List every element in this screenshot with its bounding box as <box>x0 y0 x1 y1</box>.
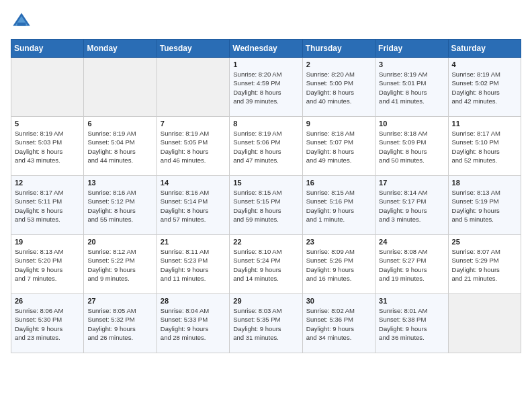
day-info: Sunrise: 8:18 AM Sunset: 5:07 PM Dayligh… <box>306 129 371 165</box>
day-number: 3 <box>379 60 444 68</box>
day-info: Sunrise: 8:01 AM Sunset: 5:38 PM Dayligh… <box>379 306 444 342</box>
day-info: Sunrise: 8:19 AM Sunset: 5:04 PM Dayligh… <box>87 129 152 165</box>
calendar-cell: 11Sunrise: 8:17 AM Sunset: 5:10 PM Dayli… <box>448 117 521 176</box>
day-header-friday: Friday <box>375 40 448 58</box>
day-number: 10 <box>379 120 444 128</box>
day-info: Sunrise: 8:10 AM Sunset: 5:24 PM Dayligh… <box>233 247 298 283</box>
day-number: 12 <box>15 179 80 187</box>
day-info: Sunrise: 8:18 AM Sunset: 5:09 PM Dayligh… <box>379 129 444 165</box>
calendar-cell <box>448 294 521 353</box>
calendar-cell <box>84 58 157 117</box>
calendar-cell: 19Sunrise: 8:13 AM Sunset: 5:20 PM Dayli… <box>11 235 84 294</box>
calendar-cell <box>157 58 229 117</box>
day-info: Sunrise: 8:20 AM Sunset: 5:00 PM Dayligh… <box>306 70 371 105</box>
day-number: 25 <box>452 238 517 246</box>
calendar-cell: 10Sunrise: 8:18 AM Sunset: 5:09 PM Dayli… <box>375 117 448 176</box>
calendar-cell: 17Sunrise: 8:14 AM Sunset: 5:17 PM Dayli… <box>375 176 448 235</box>
calendar-body: 1Sunrise: 8:20 AM Sunset: 4:59 PM Daylig… <box>11 58 521 353</box>
day-info: Sunrise: 8:20 AM Sunset: 4:59 PM Dayligh… <box>233 70 298 105</box>
calendar-cell: 4Sunrise: 8:19 AM Sunset: 5:02 PM Daylig… <box>448 58 521 117</box>
logo <box>11 11 35 32</box>
day-info: Sunrise: 8:13 AM Sunset: 5:20 PM Dayligh… <box>15 247 80 283</box>
calendar-cell: 25Sunrise: 8:07 AM Sunset: 5:29 PM Dayli… <box>448 235 521 294</box>
day-header-thursday: Thursday <box>302 40 375 58</box>
day-number: 8 <box>233 120 298 128</box>
calendar-cell: 8Sunrise: 8:19 AM Sunset: 5:06 PM Daylig… <box>230 117 302 176</box>
day-info: Sunrise: 8:03 AM Sunset: 5:35 PM Dayligh… <box>233 306 298 342</box>
calendar-cell: 24Sunrise: 8:08 AM Sunset: 5:27 PM Dayli… <box>375 235 448 294</box>
calendar-cell: 2Sunrise: 8:20 AM Sunset: 5:00 PM Daylig… <box>302 58 375 117</box>
day-info: Sunrise: 8:19 AM Sunset: 5:02 PM Dayligh… <box>452 70 517 105</box>
day-number: 29 <box>233 297 298 305</box>
day-number: 14 <box>161 179 226 187</box>
day-info: Sunrise: 8:17 AM Sunset: 5:10 PM Dayligh… <box>452 129 517 165</box>
day-info: Sunrise: 8:16 AM Sunset: 5:12 PM Dayligh… <box>87 188 152 224</box>
day-number: 13 <box>87 179 152 187</box>
week-row-5: 26Sunrise: 8:06 AM Sunset: 5:30 PM Dayli… <box>11 294 521 353</box>
day-number: 18 <box>452 179 517 187</box>
calendar-cell: 1Sunrise: 8:20 AM Sunset: 4:59 PM Daylig… <box>230 58 302 117</box>
day-header-tuesday: Tuesday <box>157 40 229 58</box>
day-info: Sunrise: 8:05 AM Sunset: 5:32 PM Dayligh… <box>87 306 152 342</box>
calendar-cell: 3Sunrise: 8:19 AM Sunset: 5:01 PM Daylig… <box>375 58 448 117</box>
calendar-cell: 22Sunrise: 8:10 AM Sunset: 5:24 PM Dayli… <box>230 235 302 294</box>
calendar-header: SundayMondayTuesdayWednesdayThursdayFrid… <box>11 40 521 58</box>
day-number: 2 <box>306 60 371 68</box>
calendar-cell: 14Sunrise: 8:16 AM Sunset: 5:14 PM Dayli… <box>157 176 229 235</box>
calendar-cell: 18Sunrise: 8:13 AM Sunset: 5:19 PM Dayli… <box>448 176 521 235</box>
day-number: 30 <box>306 297 371 305</box>
day-info: Sunrise: 8:02 AM Sunset: 5:36 PM Dayligh… <box>306 306 371 342</box>
svg-rect-2 <box>17 23 26 26</box>
day-number: 27 <box>87 297 152 305</box>
day-number: 6 <box>87 120 152 128</box>
day-number: 31 <box>379 297 444 305</box>
calendar-cell: 23Sunrise: 8:09 AM Sunset: 5:26 PM Dayli… <box>302 235 375 294</box>
day-number: 24 <box>379 238 444 246</box>
day-info: Sunrise: 8:11 AM Sunset: 5:23 PM Dayligh… <box>161 247 226 283</box>
day-number: 4 <box>452 60 517 68</box>
calendar-cell: 27Sunrise: 8:05 AM Sunset: 5:32 PM Dayli… <box>84 294 157 353</box>
calendar-cell: 9Sunrise: 8:18 AM Sunset: 5:07 PM Daylig… <box>302 117 375 176</box>
day-info: Sunrise: 8:09 AM Sunset: 5:26 PM Dayligh… <box>306 247 371 283</box>
calendar-cell: 21Sunrise: 8:11 AM Sunset: 5:23 PM Dayli… <box>157 235 229 294</box>
day-header-sunday: Sunday <box>11 40 84 58</box>
day-info: Sunrise: 8:17 AM Sunset: 5:11 PM Dayligh… <box>15 188 80 224</box>
calendar-table: SundayMondayTuesdayWednesdayThursdayFrid… <box>11 39 521 353</box>
day-number: 15 <box>233 179 298 187</box>
day-number: 28 <box>161 297 226 305</box>
header <box>11 11 521 32</box>
day-info: Sunrise: 8:15 AM Sunset: 5:15 PM Dayligh… <box>233 188 298 224</box>
calendar-cell: 28Sunrise: 8:04 AM Sunset: 5:33 PM Dayli… <box>157 294 229 353</box>
calendar-cell: 30Sunrise: 8:02 AM Sunset: 5:36 PM Dayli… <box>302 294 375 353</box>
day-header-wednesday: Wednesday <box>230 40 302 58</box>
day-info: Sunrise: 8:15 AM Sunset: 5:16 PM Dayligh… <box>306 188 371 224</box>
day-number: 23 <box>306 238 371 246</box>
day-header-saturday: Saturday <box>448 40 521 58</box>
logo-icon <box>11 11 32 32</box>
day-info: Sunrise: 8:19 AM Sunset: 5:06 PM Dayligh… <box>233 129 298 165</box>
day-info: Sunrise: 8:06 AM Sunset: 5:30 PM Dayligh… <box>15 306 80 342</box>
week-row-4: 19Sunrise: 8:13 AM Sunset: 5:20 PM Dayli… <box>11 235 521 294</box>
day-info: Sunrise: 8:12 AM Sunset: 5:22 PM Dayligh… <box>87 247 152 283</box>
day-number: 11 <box>452 120 517 128</box>
calendar-cell: 29Sunrise: 8:03 AM Sunset: 5:35 PM Dayli… <box>230 294 302 353</box>
day-info: Sunrise: 8:13 AM Sunset: 5:19 PM Dayligh… <box>452 188 517 224</box>
calendar-cell: 13Sunrise: 8:16 AM Sunset: 5:12 PM Dayli… <box>84 176 157 235</box>
day-info: Sunrise: 8:14 AM Sunset: 5:17 PM Dayligh… <box>379 188 444 224</box>
day-info: Sunrise: 8:04 AM Sunset: 5:33 PM Dayligh… <box>161 306 226 342</box>
page: SundayMondayTuesdayWednesdayThursdayFrid… <box>0 0 532 411</box>
week-row-1: 1Sunrise: 8:20 AM Sunset: 4:59 PM Daylig… <box>11 58 521 117</box>
day-number: 22 <box>233 238 298 246</box>
header-row: SundayMondayTuesdayWednesdayThursdayFrid… <box>11 40 521 58</box>
calendar-cell: 26Sunrise: 8:06 AM Sunset: 5:30 PM Dayli… <box>11 294 84 353</box>
day-number: 9 <box>306 120 371 128</box>
day-number: 5 <box>15 120 80 128</box>
calendar-cell: 16Sunrise: 8:15 AM Sunset: 5:16 PM Dayli… <box>302 176 375 235</box>
calendar-cell: 20Sunrise: 8:12 AM Sunset: 5:22 PM Dayli… <box>84 235 157 294</box>
day-info: Sunrise: 8:08 AM Sunset: 5:27 PM Dayligh… <box>379 247 444 283</box>
day-info: Sunrise: 8:07 AM Sunset: 5:29 PM Dayligh… <box>452 247 517 283</box>
calendar-cell: 12Sunrise: 8:17 AM Sunset: 5:11 PM Dayli… <box>11 176 84 235</box>
day-number: 20 <box>87 238 152 246</box>
day-info: Sunrise: 8:19 AM Sunset: 5:01 PM Dayligh… <box>379 70 444 105</box>
week-row-2: 5Sunrise: 8:19 AM Sunset: 5:03 PM Daylig… <box>11 117 521 176</box>
